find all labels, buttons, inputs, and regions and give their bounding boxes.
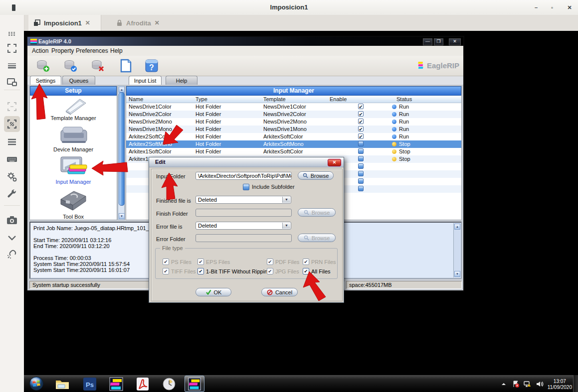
rip-maximize-button[interactable]: ❐ — [434, 38, 443, 45]
column-header-status[interactable]: Status — [388, 96, 462, 103]
keyboard-icon[interactable] — [6, 153, 18, 165]
error-file-dropdown[interactable]: Deleted ▼ — [195, 222, 291, 230]
tray-clock[interactable]: 13:07 11/09/2020 — [548, 378, 572, 391]
file-type-checkbox[interactable]: ✔EPS Files — [197, 259, 230, 265]
gears-icon[interactable] — [6, 171, 18, 183]
table-row[interactable]: NewsDrive2Color Hot Folder NewsDrive2Col… — [126, 111, 461, 118]
enable-checkbox[interactable] — [358, 186, 364, 191]
screenshot-camera-icon[interactable] — [6, 214, 18, 226]
output-scrollbar[interactable]: ▲ ▼ — [453, 223, 460, 277]
database-delete-icon[interactable] — [90, 58, 105, 73]
dropdown-arrow-icon[interactable]: ▼ — [282, 197, 290, 203]
tab-input-list[interactable]: Input List — [129, 76, 162, 85]
menu-help[interactable]: Help — [110, 46, 123, 56]
cancel-button[interactable]: Cancel — [261, 288, 298, 296]
host-maximize-button[interactable]: ▫ — [549, 4, 556, 11]
table-row[interactable]: NewsDrive1Mono Hot Folder NewsDrive1Mono… — [126, 126, 461, 133]
enable-checkbox[interactable] — [358, 148, 364, 154]
input-folder-field[interactable]: \ArkitexDirector\Softproof\ToRip\Pdf\Mon… — [195, 172, 292, 180]
show-desktop-button[interactable] — [573, 375, 578, 392]
fullscreen-icon[interactable] — [6, 42, 18, 54]
setup-item-tool-box[interactable]: Tool Box — [30, 214, 117, 219]
action-center-flag-icon[interactable] — [512, 380, 520, 388]
volume-icon[interactable] — [536, 380, 544, 388]
multi-monitor-icon[interactable] — [6, 76, 18, 88]
host-close-button[interactable]: ✕ — [566, 4, 573, 11]
file-type-checkbox[interactable]: ✔PDF Files — [267, 259, 299, 265]
scroll-up-icon[interactable]: ▲ — [454, 224, 460, 230]
device-manager-icon[interactable] — [54, 124, 93, 148]
enable-checkbox[interactable]: ✔ — [358, 133, 364, 139]
table-row[interactable]: Arkitex2SoftMono Hot Folder ArkitexSoftM… — [126, 140, 461, 148]
menu-lines-icon[interactable] — [6, 136, 18, 148]
file-type-checkbox[interactable]: ✔1-Bit TIFF Without Ripping — [197, 268, 270, 274]
photoshop-icon[interactable]: Ps — [82, 377, 97, 392]
enable-checkbox[interactable]: ✔ — [358, 126, 364, 131]
enable-checkbox[interactable]: ✔ — [358, 119, 364, 124]
enable-checkbox[interactable] — [358, 163, 364, 169]
minimize-chevron-icon[interactable] — [6, 232, 18, 244]
setup-scrollbar[interactable]: ▲ ▼ — [118, 86, 125, 220]
rip-close-button[interactable]: ✕ — [449, 38, 461, 45]
enable-checkbox[interactable] — [358, 156, 364, 161]
scroll-down-icon[interactable]: ▼ — [119, 213, 125, 219]
eaglerip-icon[interactable] — [109, 377, 124, 392]
menu-property[interactable]: Property — [51, 46, 74, 56]
scale-window-icon[interactable] — [4, 116, 20, 132]
network-warning-icon[interactable]: ! — [524, 380, 532, 388]
host-minimize-button[interactable]: – — [533, 4, 540, 11]
browse-input-folder-button[interactable]: Browse — [298, 171, 334, 180]
tab-afrodita[interactable]: Afrodita ✕ — [111, 15, 186, 31]
scrollbar-thumb[interactable] — [119, 92, 125, 206]
table-row[interactable]: Arkitex2SoftColor Hot Folder ArkitexSoft… — [126, 133, 461, 140]
table-row[interactable]: NewsDrive1Color Hot Folder NewsDrive1Col… — [126, 103, 461, 111]
table-row[interactable]: Arkitex1SoftColor Hot Folder ArkitexSoft… — [126, 148, 461, 155]
tab-close-icon[interactable]: ✕ — [155, 19, 160, 26]
column-header-name[interactable]: Name — [126, 96, 193, 103]
tray-expand-icon[interactable] — [500, 380, 508, 388]
column-header-type[interactable]: Type — [193, 96, 261, 103]
file-explorer-icon[interactable] — [55, 377, 70, 392]
menu-action[interactable]: Action — [32, 46, 48, 56]
file-type-checkbox[interactable]: ✔TIFF Files — [163, 268, 196, 274]
tab-settings[interactable]: Settings — [30, 76, 61, 85]
acrobat-icon[interactable] — [135, 377, 150, 392]
disconnect-link-icon[interactable] — [6, 248, 18, 260]
document-icon[interactable] — [118, 58, 133, 73]
tab-close-icon[interactable]: ✕ — [85, 19, 90, 26]
clock-app-icon[interactable] — [162, 377, 177, 392]
menu-preferences[interactable]: Preferences — [76, 46, 108, 56]
move-icon[interactable] — [6, 28, 18, 40]
tab-help[interactable]: Help — [166, 76, 197, 85]
database-check-icon[interactable] — [63, 58, 78, 73]
input-manager-icon[interactable] — [55, 156, 92, 180]
enable-checkbox[interactable] — [358, 141, 364, 146]
file-type-checkbox[interactable]: ✔PS Files — [163, 259, 192, 265]
resolution-lines-icon[interactable] — [6, 60, 18, 72]
database-add-icon[interactable] — [35, 58, 50, 73]
tab-queues[interactable]: Queues — [62, 76, 95, 85]
eaglerip-active-taskbar-button[interactable] — [185, 376, 204, 392]
scroll-down-icon[interactable]: ▼ — [454, 271, 460, 277]
ok-button[interactable]: OK — [195, 288, 231, 296]
tools-wrench-icon[interactable] — [6, 188, 18, 200]
file-type-checkbox[interactable]: ✔PRN Files — [303, 259, 336, 265]
enable-checkbox[interactable]: ✔ — [358, 111, 364, 117]
setup-item-template-manager[interactable]: Template Manager — [30, 115, 117, 121]
setup-item-input-manager[interactable]: Input Manager — [30, 179, 117, 185]
tab-imposicion1[interactable]: Imposicion1 ✕ — [28, 15, 101, 31]
tool-box-icon[interactable] — [55, 188, 92, 215]
column-header-template[interactable]: Template — [261, 96, 327, 103]
help-toolbar-icon[interactable]: ? — [144, 58, 159, 73]
table-row[interactable]: NewsDrive2Mono Hot Folder NewsDrive2Mono… — [126, 118, 461, 126]
enable-checkbox[interactable] — [358, 171, 364, 176]
rip-minimize-button[interactable]: — — [423, 38, 432, 45]
finished-file-dropdown[interactable]: Deleted ▼ — [195, 196, 291, 204]
dialog-close-button[interactable]: ✕ — [328, 159, 341, 166]
dropdown-arrow-icon[interactable]: ▼ — [282, 223, 290, 229]
start-button[interactable] — [29, 376, 44, 391]
file-type-checkbox[interactable]: ✔All Files — [303, 268, 331, 274]
column-header-enable[interactable]: Enable — [327, 96, 388, 103]
scaled-grid-icon[interactable] — [6, 101, 18, 113]
include-subfolder-checkbox[interactable] — [243, 184, 249, 190]
